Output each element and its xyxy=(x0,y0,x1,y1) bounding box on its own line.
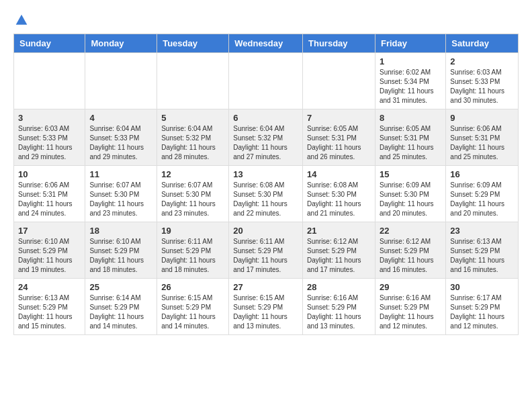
calendar-cell: 15Sunrise: 6:09 AM Sunset: 5:30 PM Dayli… xyxy=(375,166,445,222)
day-info: Sunrise: 6:08 AM Sunset: 5:30 PM Dayligh… xyxy=(233,181,298,218)
day-info: Sunrise: 6:04 AM Sunset: 5:33 PM Dayligh… xyxy=(89,124,152,162)
day-number: 23 xyxy=(450,226,514,236)
day-info: Sunrise: 6:16 AM Sunset: 5:29 PM Dayligh… xyxy=(307,293,371,331)
day-number: 27 xyxy=(233,282,298,292)
day-number: 16 xyxy=(450,169,514,179)
day-info: Sunrise: 6:05 AM Sunset: 5:31 PM Dayligh… xyxy=(307,124,371,162)
calendar-cell: 2Sunrise: 6:03 AM Sunset: 5:33 PM Daylig… xyxy=(446,53,519,109)
day-info: Sunrise: 6:09 AM Sunset: 5:29 PM Dayligh… xyxy=(450,181,514,218)
day-number: 26 xyxy=(161,282,224,292)
calendar-week-4: 24Sunrise: 6:13 AM Sunset: 5:29 PM Dayli… xyxy=(14,279,519,335)
day-info: Sunrise: 6:04 AM Sunset: 5:32 PM Dayligh… xyxy=(161,124,224,162)
calendar-cell: 1Sunrise: 6:02 AM Sunset: 5:34 PM Daylig… xyxy=(375,53,445,109)
header-monday: Monday xyxy=(85,34,157,53)
header-tuesday: Tuesday xyxy=(157,34,229,53)
calendar-cell: 9Sunrise: 6:06 AM Sunset: 5:31 PM Daylig… xyxy=(446,109,519,166)
day-info: Sunrise: 6:11 AM Sunset: 5:29 PM Dayligh… xyxy=(161,237,224,275)
calendar-cell xyxy=(85,53,157,109)
calendar-week-3: 17Sunrise: 6:10 AM Sunset: 5:29 PM Dayli… xyxy=(14,222,519,279)
day-info: Sunrise: 6:15 AM Sunset: 5:29 PM Dayligh… xyxy=(161,293,224,331)
page-header xyxy=(13,13,519,27)
svg-marker-0 xyxy=(16,15,28,25)
day-number: 17 xyxy=(18,226,81,236)
day-number: 1 xyxy=(380,56,441,66)
calendar-cell xyxy=(157,53,229,109)
day-info: Sunrise: 6:08 AM Sunset: 5:30 PM Dayligh… xyxy=(307,181,371,218)
calendar-cell: 6Sunrise: 6:04 AM Sunset: 5:32 PM Daylig… xyxy=(229,109,303,166)
day-number: 19 xyxy=(161,226,224,236)
day-info: Sunrise: 6:15 AM Sunset: 5:29 PM Dayligh… xyxy=(233,293,298,331)
calendar-cell: 23Sunrise: 6:13 AM Sunset: 5:29 PM Dayli… xyxy=(446,222,519,279)
day-info: Sunrise: 6:03 AM Sunset: 5:33 PM Dayligh… xyxy=(450,68,514,105)
day-info: Sunrise: 6:10 AM Sunset: 5:29 PM Dayligh… xyxy=(89,237,152,275)
day-info: Sunrise: 6:13 AM Sunset: 5:29 PM Dayligh… xyxy=(18,293,81,331)
day-number: 21 xyxy=(307,226,371,236)
day-number: 22 xyxy=(380,226,441,236)
day-info: Sunrise: 6:07 AM Sunset: 5:30 PM Dayligh… xyxy=(89,181,152,218)
calendar-cell: 10Sunrise: 6:06 AM Sunset: 5:31 PM Dayli… xyxy=(14,166,85,222)
day-info: Sunrise: 6:14 AM Sunset: 5:29 PM Dayligh… xyxy=(89,293,152,331)
calendar-cell: 3Sunrise: 6:03 AM Sunset: 5:33 PM Daylig… xyxy=(14,109,85,166)
day-info: Sunrise: 6:06 AM Sunset: 5:31 PM Dayligh… xyxy=(18,181,81,218)
day-number: 12 xyxy=(161,169,224,179)
day-info: Sunrise: 6:02 AM Sunset: 5:34 PM Dayligh… xyxy=(380,68,441,105)
logo xyxy=(13,13,28,27)
day-info: Sunrise: 6:05 AM Sunset: 5:31 PM Dayligh… xyxy=(380,124,441,162)
day-info: Sunrise: 6:10 AM Sunset: 5:29 PM Dayligh… xyxy=(18,237,81,275)
calendar-cell: 22Sunrise: 6:12 AM Sunset: 5:29 PM Dayli… xyxy=(375,222,445,279)
day-number: 11 xyxy=(89,169,152,179)
calendar-cell: 19Sunrise: 6:11 AM Sunset: 5:29 PM Dayli… xyxy=(157,222,229,279)
calendar-cell: 29Sunrise: 6:16 AM Sunset: 5:29 PM Dayli… xyxy=(375,279,445,335)
calendar-header-row: SundayMondayTuesdayWednesdayThursdayFrid… xyxy=(14,34,519,53)
day-number: 18 xyxy=(89,226,152,236)
calendar-cell: 13Sunrise: 6:08 AM Sunset: 5:30 PM Dayli… xyxy=(229,166,303,222)
logo-icon xyxy=(15,13,28,27)
calendar-cell: 28Sunrise: 6:16 AM Sunset: 5:29 PM Dayli… xyxy=(303,279,375,335)
day-info: Sunrise: 6:11 AM Sunset: 5:29 PM Dayligh… xyxy=(233,237,298,275)
calendar-week-0: 1Sunrise: 6:02 AM Sunset: 5:34 PM Daylig… xyxy=(14,53,519,109)
day-number: 25 xyxy=(89,282,152,292)
calendar-week-1: 3Sunrise: 6:03 AM Sunset: 5:33 PM Daylig… xyxy=(14,109,519,166)
header-friday: Friday xyxy=(375,34,445,53)
day-info: Sunrise: 6:13 AM Sunset: 5:29 PM Dayligh… xyxy=(450,237,514,275)
calendar-table: SundayMondayTuesdayWednesdayThursdayFrid… xyxy=(13,34,519,335)
day-number: 9 xyxy=(450,113,514,123)
day-info: Sunrise: 6:03 AM Sunset: 5:33 PM Dayligh… xyxy=(18,124,81,162)
day-number: 8 xyxy=(380,113,441,123)
calendar-cell: 30Sunrise: 6:17 AM Sunset: 5:29 PM Dayli… xyxy=(446,279,519,335)
calendar-cell: 16Sunrise: 6:09 AM Sunset: 5:29 PM Dayli… xyxy=(446,166,519,222)
day-number: 3 xyxy=(18,113,81,123)
day-number: 24 xyxy=(18,282,81,292)
calendar-cell: 26Sunrise: 6:15 AM Sunset: 5:29 PM Dayli… xyxy=(157,279,229,335)
calendar-cell: 21Sunrise: 6:12 AM Sunset: 5:29 PM Dayli… xyxy=(303,222,375,279)
day-info: Sunrise: 6:16 AM Sunset: 5:29 PM Dayligh… xyxy=(380,293,441,331)
header-sunday: Sunday xyxy=(14,34,85,53)
day-info: Sunrise: 6:17 AM Sunset: 5:29 PM Dayligh… xyxy=(450,293,514,331)
calendar-cell: 24Sunrise: 6:13 AM Sunset: 5:29 PM Dayli… xyxy=(14,279,85,335)
header-thursday: Thursday xyxy=(303,34,375,53)
day-info: Sunrise: 6:12 AM Sunset: 5:29 PM Dayligh… xyxy=(380,237,441,275)
calendar-cell: 17Sunrise: 6:10 AM Sunset: 5:29 PM Dayli… xyxy=(14,222,85,279)
header-wednesday: Wednesday xyxy=(229,34,303,53)
day-number: 6 xyxy=(233,113,298,123)
header-saturday: Saturday xyxy=(446,34,519,53)
calendar-cell: 7Sunrise: 6:05 AM Sunset: 5:31 PM Daylig… xyxy=(303,109,375,166)
calendar-cell: 11Sunrise: 6:07 AM Sunset: 5:30 PM Dayli… xyxy=(85,166,157,222)
day-number: 2 xyxy=(450,56,514,66)
day-number: 30 xyxy=(450,282,514,292)
calendar-cell xyxy=(14,53,85,109)
day-number: 10 xyxy=(18,169,81,179)
day-info: Sunrise: 6:07 AM Sunset: 5:30 PM Dayligh… xyxy=(161,181,224,218)
calendar-cell: 25Sunrise: 6:14 AM Sunset: 5:29 PM Dayli… xyxy=(85,279,157,335)
day-info: Sunrise: 6:06 AM Sunset: 5:31 PM Dayligh… xyxy=(450,124,514,162)
day-number: 7 xyxy=(307,113,371,123)
day-info: Sunrise: 6:12 AM Sunset: 5:29 PM Dayligh… xyxy=(307,237,371,275)
calendar-cell: 27Sunrise: 6:15 AM Sunset: 5:29 PM Dayli… xyxy=(229,279,303,335)
calendar-cell: 14Sunrise: 6:08 AM Sunset: 5:30 PM Dayli… xyxy=(303,166,375,222)
day-number: 20 xyxy=(233,226,298,236)
calendar-cell: 5Sunrise: 6:04 AM Sunset: 5:32 PM Daylig… xyxy=(157,109,229,166)
day-number: 29 xyxy=(380,282,441,292)
day-info: Sunrise: 6:04 AM Sunset: 5:32 PM Dayligh… xyxy=(233,124,298,162)
day-number: 5 xyxy=(161,113,224,123)
day-info: Sunrise: 6:09 AM Sunset: 5:30 PM Dayligh… xyxy=(380,181,441,218)
